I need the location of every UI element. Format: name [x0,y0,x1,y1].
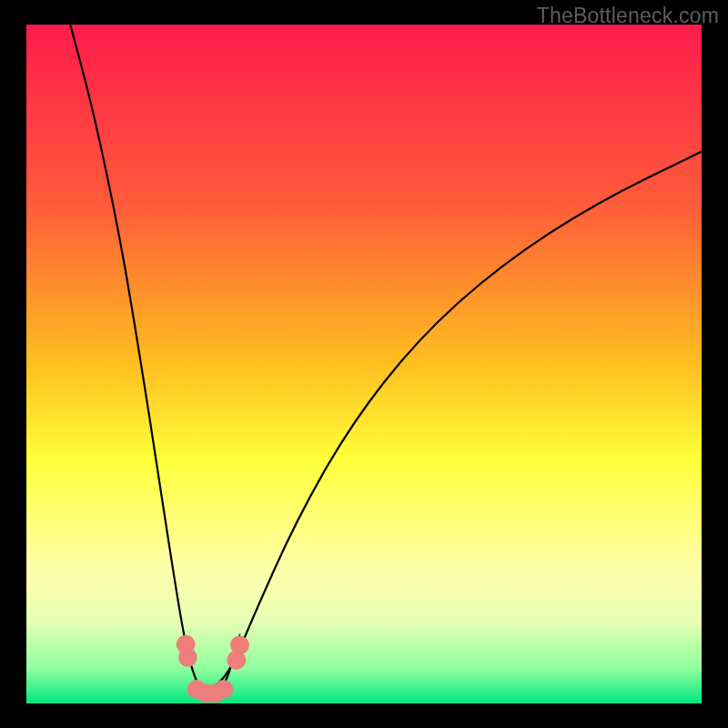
data-marker [178,648,197,667]
left-curve [70,25,239,695]
data-marker [214,680,233,699]
marker-group [177,635,249,703]
right-curve [203,152,702,696]
outer-frame: TheBottleneck.com [0,0,728,728]
chart-svg [26,25,702,703]
data-marker [230,635,249,654]
